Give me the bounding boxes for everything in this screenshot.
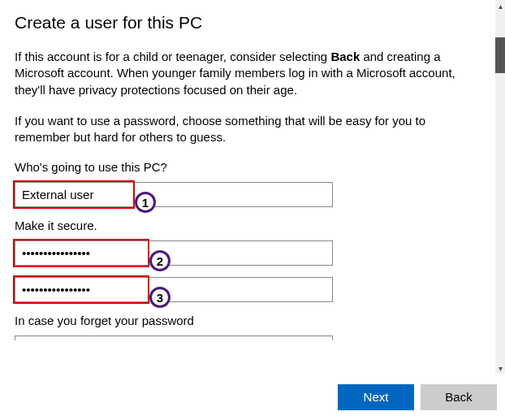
scroll-up-icon[interactable]: ▴ xyxy=(495,0,505,11)
scrollbar[interactable]: ▴ ▾ xyxy=(495,0,505,374)
bold-back: Back xyxy=(330,50,360,63)
back-button[interactable]: Back xyxy=(421,384,497,410)
label-forget: In case you forget your password xyxy=(15,314,482,327)
password-input[interactable] xyxy=(15,240,333,266)
next-button[interactable]: Next xyxy=(338,384,414,410)
scroll-down-icon[interactable]: ▾ xyxy=(495,362,505,374)
label-who: Who's going to use this PC? xyxy=(15,160,482,174)
confirm-password-input[interactable] xyxy=(15,277,333,302)
dialog-footer: Next Back xyxy=(0,374,505,420)
security-question-input-cutoff[interactable] xyxy=(15,336,333,340)
field-row-password: 2 xyxy=(15,240,482,266)
annotation-badge-3: 3 xyxy=(149,287,170,308)
scrollbar-thumb[interactable] xyxy=(495,37,505,73)
intro-paragraph-2: If you want to use a password, choose so… xyxy=(15,113,482,146)
text-span: If this account is for a child or teenag… xyxy=(15,50,330,63)
username-input[interactable] xyxy=(15,182,333,207)
label-secure: Make it secure. xyxy=(15,219,482,232)
field-row-confirm: 3 xyxy=(15,277,482,302)
intro-paragraph-1: If this account is for a child or teenag… xyxy=(15,49,482,98)
annotation-badge-2: 2 xyxy=(149,250,170,271)
dialog-body: Create a user for this PC If this accoun… xyxy=(0,0,497,374)
page-title: Create a user for this PC xyxy=(15,13,482,32)
field-row-username: 1 xyxy=(15,182,482,207)
annotation-badge-1: 1 xyxy=(135,192,156,213)
